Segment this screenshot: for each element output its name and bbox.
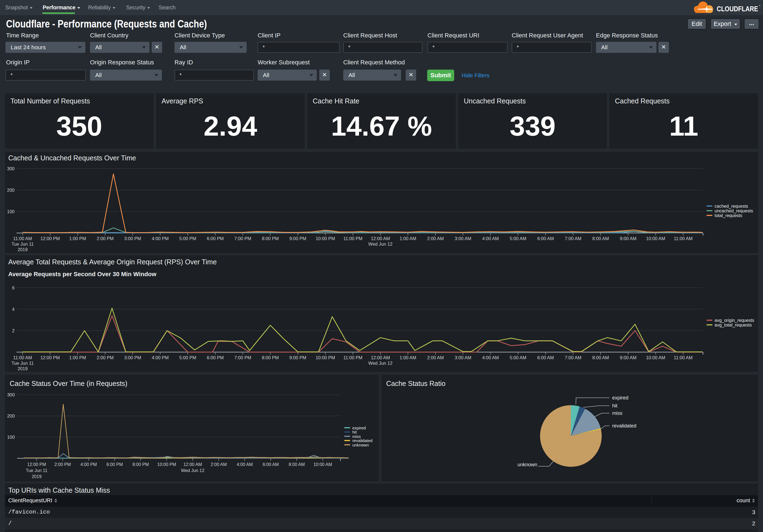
- svg-text:2:00 PM: 2:00 PM: [97, 355, 113, 360]
- svg-text:5:00 AM: 5:00 AM: [510, 355, 527, 360]
- svg-text:12:00 AM: 12:00 AM: [371, 355, 390, 360]
- svg-text:2: 2: [12, 328, 15, 333]
- svg-text:unknown: unknown: [352, 443, 369, 447]
- svg-text:expired: expired: [352, 425, 366, 430]
- svg-text:8:00 AM: 8:00 AM: [592, 355, 609, 360]
- svg-text:7:00 PM: 7:00 PM: [234, 236, 251, 241]
- svg-text:11:00 AM: 11:00 AM: [13, 355, 32, 360]
- svg-text:5:00 PM: 5:00 PM: [179, 355, 196, 360]
- svg-text:6:00 AM: 6:00 AM: [537, 236, 554, 241]
- svg-text:12:00 PM: 12:00 PM: [41, 355, 60, 360]
- svg-text:9:00 AM: 9:00 AM: [620, 355, 637, 360]
- svg-text:Wed Jun 12: Wed Jun 12: [368, 361, 392, 366]
- svg-text:10:00 AM: 10:00 AM: [646, 355, 665, 360]
- svg-text:hit: hit: [352, 430, 357, 434]
- svg-text:uncached_requests: uncached_requests: [714, 209, 753, 214]
- svg-text:revalidated: revalidated: [612, 423, 636, 429]
- svg-text:2:00 PM: 2:00 PM: [97, 236, 113, 241]
- svg-text:5:00 AM: 5:00 AM: [510, 236, 527, 241]
- svg-text:avg_origin_requests: avg_origin_requests: [714, 318, 754, 323]
- svg-text:4:00 PM: 4:00 PM: [152, 355, 168, 360]
- svg-text:9:00 AM: 9:00 AM: [620, 236, 637, 241]
- svg-text:9:00 PM: 9:00 PM: [289, 236, 306, 241]
- svg-text:cached_requests: cached_requests: [714, 204, 748, 209]
- svg-text:8:00 PM: 8:00 PM: [132, 462, 149, 467]
- svg-text:7:00 AM: 7:00 AM: [565, 355, 582, 360]
- svg-text:total_requests: total_requests: [714, 213, 742, 218]
- svg-text:expired: expired: [612, 395, 628, 400]
- svg-text:6: 6: [12, 285, 15, 290]
- svg-text:6:00 AM: 6:00 AM: [537, 355, 554, 360]
- svg-text:7:00 AM: 7:00 AM: [565, 236, 582, 241]
- svg-text:6:00 PM: 6:00 PM: [107, 462, 123, 467]
- svg-text:11:00 PM: 11:00 PM: [343, 236, 362, 241]
- svg-text:7:00 PM: 7:00 PM: [234, 355, 251, 360]
- svg-text:2:00 PM: 2:00 PM: [54, 462, 71, 467]
- svg-text:2:00 AM: 2:00 AM: [211, 462, 227, 467]
- svg-text:300: 300: [7, 166, 15, 171]
- svg-text:4:00 PM: 4:00 PM: [152, 236, 168, 241]
- svg-text:10:00 PM: 10:00 PM: [157, 462, 176, 467]
- svg-text:Wed Jun 12: Wed Jun 12: [181, 468, 204, 473]
- svg-text:11:00 PM: 11:00 PM: [343, 355, 362, 360]
- svg-text:5:00 PM: 5:00 PM: [179, 236, 196, 241]
- svg-text:11:00 AM: 11:00 AM: [674, 355, 693, 360]
- svg-text:1:00 PM: 1:00 PM: [69, 355, 86, 360]
- svg-text:6:00 AM: 6:00 AM: [263, 462, 279, 467]
- svg-text:300: 300: [7, 392, 15, 398]
- svg-text:Wed Jun 12: Wed Jun 12: [368, 241, 392, 246]
- svg-text:8:00 PM: 8:00 PM: [262, 236, 278, 241]
- svg-text:3:00 AM: 3:00 AM: [455, 236, 472, 241]
- svg-text:4:00 AM: 4:00 AM: [482, 236, 499, 241]
- svg-text:12:00 PM: 12:00 PM: [41, 236, 60, 241]
- svg-text:8:00 AM: 8:00 AM: [289, 462, 305, 467]
- svg-text:2019: 2019: [32, 474, 42, 479]
- svg-text:8:00 AM: 8:00 AM: [592, 236, 609, 241]
- svg-text:12:00 PM: 12:00 PM: [27, 462, 46, 467]
- svg-text:11:00 AM: 11:00 AM: [674, 236, 693, 241]
- svg-text:Tue Jun 11: Tue Jun 11: [12, 241, 34, 246]
- svg-text:100: 100: [7, 209, 15, 214]
- svg-text:200: 200: [7, 413, 15, 419]
- svg-text:2019: 2019: [18, 247, 28, 252]
- svg-text:200: 200: [7, 188, 15, 193]
- svg-text:miss: miss: [612, 410, 622, 416]
- svg-text:1:00 AM: 1:00 AM: [400, 355, 416, 360]
- svg-text:2:00 AM: 2:00 AM: [427, 355, 444, 360]
- svg-text:revalidated: revalidated: [352, 438, 373, 443]
- svg-text:miss: miss: [352, 434, 361, 439]
- svg-text:3:00 AM: 3:00 AM: [455, 355, 472, 360]
- svg-text:1:00 PM: 1:00 PM: [69, 236, 86, 241]
- svg-text:4: 4: [12, 307, 15, 312]
- svg-text:10:00 AM: 10:00 AM: [646, 236, 665, 241]
- svg-text:4:00 PM: 4:00 PM: [80, 462, 97, 467]
- svg-text:12:00 AM: 12:00 AM: [371, 236, 390, 241]
- svg-text:Tue Jun 11: Tue Jun 11: [26, 468, 47, 473]
- svg-text:100: 100: [7, 435, 15, 440]
- svg-text:unknown: unknown: [517, 462, 537, 467]
- svg-text:Tue Jun 11: Tue Jun 11: [12, 361, 34, 366]
- svg-text:4:00 AM: 4:00 AM: [237, 462, 253, 467]
- svg-text:2:00 AM: 2:00 AM: [427, 236, 444, 241]
- svg-text:10:00 PM: 10:00 PM: [316, 355, 335, 360]
- svg-text:9:00 PM: 9:00 PM: [289, 355, 306, 360]
- svg-text:hit: hit: [612, 403, 617, 408]
- svg-text:10:00 AM: 10:00 AM: [313, 462, 332, 467]
- svg-text:10:00 PM: 10:00 PM: [316, 236, 335, 241]
- svg-text:1:00 AM: 1:00 AM: [400, 236, 416, 241]
- svg-text:12:00 AM: 12:00 AM: [183, 462, 202, 467]
- svg-text:11:00 AM: 11:00 AM: [13, 236, 32, 241]
- svg-text:3:00 PM: 3:00 PM: [124, 236, 141, 241]
- svg-text:6:00 PM: 6:00 PM: [207, 236, 224, 241]
- svg-text:avg_total_requests: avg_total_requests: [714, 323, 752, 328]
- svg-text:6:00 PM: 6:00 PM: [207, 355, 224, 360]
- svg-text:4:00 AM: 4:00 AM: [482, 355, 499, 360]
- svg-text:8:00 PM: 8:00 PM: [262, 355, 278, 360]
- svg-text:3:00 PM: 3:00 PM: [124, 355, 141, 360]
- svg-text:CLOUDFLARE: CLOUDFLARE: [717, 5, 758, 13]
- svg-text:2019: 2019: [18, 366, 28, 371]
